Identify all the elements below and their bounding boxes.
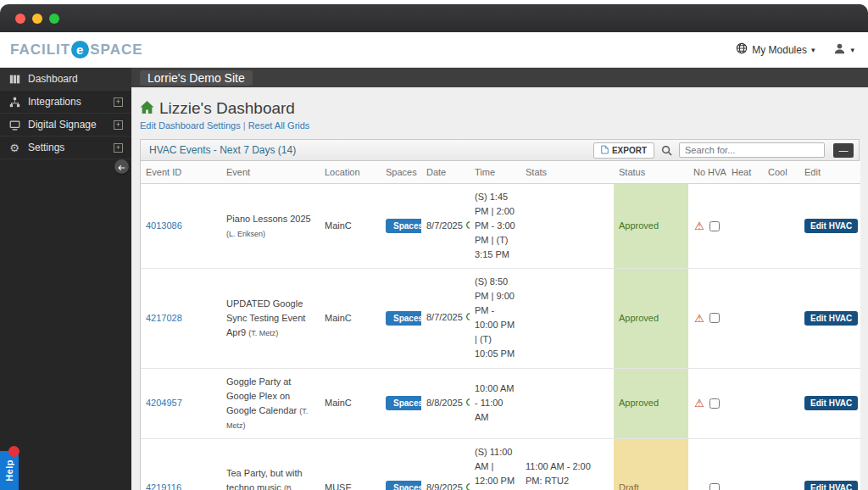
app-window: FACILIT e SPACE My Modules ▾ (0, 4, 868, 490)
spaces-button[interactable]: Spaces (386, 311, 421, 326)
zoom-window-button[interactable] (49, 14, 59, 24)
heat-cell (726, 438, 763, 490)
edit-dashboard-settings-link[interactable]: Edit Dashboard Settings (140, 120, 241, 131)
sync-icon[interactable] (465, 397, 470, 411)
event-location: MUSE (320, 438, 381, 490)
hvac-events-table: Event IDEventLocationSpacesDateTimeStats… (141, 161, 860, 490)
status-badge: Approved (614, 269, 688, 368)
expand-plus-icon[interactable]: + (114, 120, 123, 130)
event-time: (S) 8:50 PM | 9:00 PM - 10:00 PM | (T) 1… (470, 269, 520, 368)
event-id-link[interactable]: 4013086 (146, 220, 182, 231)
column-header-heat[interactable]: Heat (726, 161, 763, 184)
reset-all-grids-link[interactable]: Reset All Grids (248, 120, 310, 131)
table-row: 4219116Tea Party, but with techno music … (141, 438, 860, 490)
help-tab[interactable]: Help (0, 451, 19, 490)
cool-cell (763, 438, 799, 490)
event-id-link[interactable]: 4204957 (146, 398, 182, 408)
event-location: MainC (320, 368, 381, 438)
sidebar-item-settings[interactable]: ⚙Settings+ (0, 136, 131, 159)
table-header-row: Event IDEventLocationSpacesDateTimeStats… (141, 161, 860, 184)
facilitespace-logo[interactable]: FACILIT e SPACE (10, 41, 143, 58)
column-header-time[interactable]: Time (470, 161, 520, 184)
column-header-date[interactable]: Date (421, 161, 470, 184)
table-row: 4204957Goggle Party at Google Plex on Go… (141, 368, 860, 438)
spaces-button[interactable]: Spaces (386, 481, 421, 490)
sidebar-item-dashboard[interactable]: Dashboard (0, 68, 131, 91)
chevron-down-icon: ▾ (811, 46, 815, 54)
sync-icon[interactable] (465, 220, 470, 234)
search-input[interactable] (679, 142, 825, 158)
no-hvac-checkbox[interactable] (709, 221, 720, 231)
edit-hvac-button[interactable]: Edit HVAC (804, 481, 858, 490)
sidebar-item-label: Dashboard (28, 73, 78, 85)
column-header-stats[interactable]: Stats (520, 161, 614, 184)
event-date: 8/8/2025 (426, 398, 463, 408)
sidebar-item-integrations[interactable]: Integrations+ (0, 91, 131, 114)
sidebar-item-label: Integrations (28, 96, 81, 108)
event-name: Goggle Party at Google Plex on Google Ca… (226, 376, 297, 415)
event-id-link[interactable]: 4217028 (146, 313, 182, 323)
no-hvac-checkbox[interactable] (709, 313, 720, 323)
no-hvac-checkbox[interactable] (709, 483, 720, 490)
column-header-status[interactable]: Status (614, 161, 688, 184)
sidebar-nav: DashboardIntegrations+Digital Signage+⚙S… (0, 68, 131, 490)
collapse-sidebar-button[interactable] (114, 159, 129, 174)
minimize-window-button[interactable] (32, 14, 42, 24)
minus-icon: — (839, 146, 849, 154)
event-organizer: (L. Eriksen) (226, 230, 265, 238)
search-icon[interactable] (661, 145, 672, 156)
status-badge: Draft (614, 438, 688, 490)
collapse-panel-button[interactable]: — (833, 143, 854, 158)
event-location: MainC (320, 269, 381, 368)
event-stats (520, 368, 614, 438)
warning-icon: ⚠ (693, 220, 705, 231)
sidebar-item-digital-signage[interactable]: Digital Signage+ (0, 114, 131, 136)
event-organizer: (T. Metz) (248, 329, 278, 337)
export-button[interactable]: EXPORT (593, 142, 654, 159)
close-window-button[interactable] (15, 14, 25, 24)
table-body: 4013086Piano Lessons 2025 (L. Eriksen)Ma… (141, 184, 860, 490)
event-location: MainC (320, 184, 381, 269)
arrow-left-icon (118, 159, 125, 175)
event-id-link[interactable]: 4219116 (146, 482, 181, 490)
window-titlebar (0, 4, 868, 32)
sync-icon[interactable] (465, 311, 470, 326)
sync-icon[interactable] (465, 482, 470, 490)
event-time: (S) 1:45 PM | 2:00 PM - 3:00 PM | (T) 3:… (470, 184, 520, 269)
expand-plus-icon[interactable]: + (114, 97, 123, 107)
column-header-no-hvac-[interactable]: No HVAC? (688, 161, 726, 184)
heat-cell (726, 269, 763, 368)
edit-hvac-button[interactable]: Edit HVAC (804, 311, 858, 326)
edit-hvac-button[interactable]: Edit HVAC (804, 396, 858, 410)
user-account-menu[interactable]: ▾ (833, 42, 854, 58)
table-row: 4217028UPDATED Google Sync Testing Event… (141, 269, 860, 368)
column-header-edit[interactable]: Edit (799, 161, 860, 184)
edit-hvac-button[interactable]: Edit HVAC (804, 219, 858, 233)
my-modules-menu[interactable]: My Modules ▾ (736, 42, 815, 57)
column-header-event[interactable]: Event (221, 161, 320, 184)
column-header-location[interactable]: Location (320, 161, 381, 184)
column-header-event-id[interactable]: Event ID (141, 161, 221, 184)
help-label: Help (4, 459, 14, 482)
sidebar-item-label: Settings (28, 142, 64, 153)
hvac-events-panel: HVAC Events - Next 7 Days (14) EXPORT (140, 139, 860, 490)
home-icon (140, 100, 154, 118)
site-bar: Lorrie's Demo Site (131, 68, 868, 87)
column-header-cool[interactable]: Cool (763, 161, 799, 184)
status-badge: Approved (614, 368, 688, 438)
event-stats: 11:00 AM - 2:00 PM: RTU2 10:00 AM - 2:00… (520, 438, 614, 490)
digital-signage-icon (8, 120, 20, 131)
spaces-button[interactable]: Spaces (386, 396, 421, 410)
logo-e-icon: e (71, 41, 89, 58)
expand-plus-icon[interactable]: + (114, 143, 123, 153)
document-icon (601, 145, 609, 156)
status-badge: Approved (614, 184, 688, 269)
column-header-spaces[interactable]: Spaces (381, 161, 421, 184)
spaces-button[interactable]: Spaces (386, 219, 421, 233)
cool-cell (763, 269, 799, 368)
settings-icon: ⚙ (8, 142, 20, 154)
my-modules-label: My Modules (752, 44, 807, 56)
table-row: 4013086Piano Lessons 2025 (L. Eriksen)Ma… (141, 184, 860, 269)
no-hvac-checkbox[interactable] (709, 398, 720, 409)
person-icon (833, 42, 846, 58)
